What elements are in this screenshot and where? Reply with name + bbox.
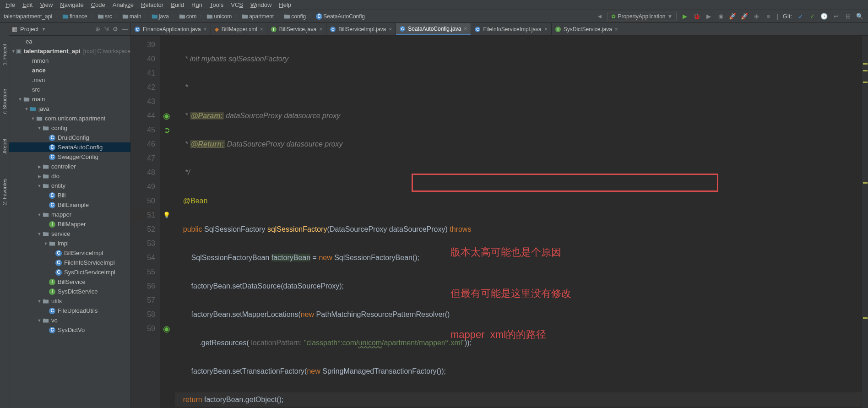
tree-row[interactable]: src: [9, 85, 130, 94]
tree-arrow-icon[interactable]: ▶: [37, 174, 42, 179]
tree-row[interactable]: ▼mapper: [9, 210, 130, 219]
tree-arrow-icon[interactable]: ▼: [37, 318, 42, 323]
tree-arrow-icon[interactable]: ▼: [24, 107, 29, 111]
menu-edit[interactable]: Edit: [20, 1, 35, 8]
tree-arrow-icon[interactable]: ▼: [37, 184, 42, 188]
git-revert-icon[interactable]: ↩: [832, 13, 840, 20]
breadcrumb[interactable]: unicom: [205, 13, 233, 20]
editor-tab[interactable]: ISysDictService.java×: [552, 23, 622, 35]
ide-settings-icon[interactable]: ⊞: [844, 13, 852, 20]
menu-window[interactable]: Window: [248, 1, 274, 8]
tree-arrow-icon[interactable]: ▼: [37, 299, 42, 304]
editor-tab[interactable]: CBillServiceImpl.java×: [326, 23, 396, 35]
tree-row[interactable]: CSysDictServiceImpl: [9, 267, 130, 277]
search-icon[interactable]: 🔍: [856, 13, 863, 20]
tree-row[interactable]: CBillServiceImpl: [9, 248, 130, 258]
close-icon[interactable]: ×: [260, 26, 263, 33]
menu-view[interactable]: View: [37, 1, 55, 8]
toolwin-project[interactable]: 1: Project: [1, 41, 8, 68]
tree-row[interactable]: ▼utils: [9, 296, 130, 306]
git-commit-icon[interactable]: ✓: [808, 13, 816, 20]
breadcrumb[interactable]: com: [177, 13, 199, 20]
tree-arrow-icon[interactable]: ▼: [17, 97, 23, 102]
tree-arrow-icon[interactable]: ▼: [37, 212, 42, 217]
jrebel-debug-icon[interactable]: 🚀: [741, 13, 748, 20]
breadcrumb[interactable]: java: [150, 13, 171, 20]
menu-analyze[interactable]: Analyze: [110, 1, 136, 8]
run-config-selector[interactable]: ✿ PropertyApplication ▼: [607, 12, 677, 21]
menu-run[interactable]: Run: [189, 1, 205, 8]
breadcrumb[interactable]: config: [282, 13, 308, 20]
toolwin-jrebel[interactable]: JRebel: [1, 136, 8, 157]
tree-row[interactable]: IBillMapper: [9, 219, 130, 229]
breadcrumb[interactable]: CSeataAutoConfig: [314, 13, 367, 20]
attach-button[interactable]: ⊕: [753, 13, 760, 20]
chevron-down-icon[interactable]: ▼: [41, 27, 46, 32]
tree-arrow-icon[interactable]: ▼: [11, 49, 16, 54]
menu-refactor[interactable]: Refactor: [138, 1, 166, 8]
breadcrumb[interactable]: main: [120, 13, 143, 20]
editor-tab[interactable]: IBillService.java×: [267, 23, 326, 35]
tree-arrow-icon[interactable]: ▼: [37, 232, 42, 236]
close-icon[interactable]: ×: [615, 26, 618, 33]
close-icon[interactable]: ×: [464, 26, 467, 32]
tree-row[interactable]: ▼service: [9, 229, 130, 239]
toolwin-favorites[interactable]: 2: Favorites: [1, 176, 8, 207]
tree-row[interactable]: CBill: [9, 190, 130, 200]
toolwin-structure[interactable]: 7: Structure: [1, 86, 8, 118]
menu-vcs[interactable]: VCS: [228, 1, 246, 8]
menu-navigate[interactable]: Navigate: [57, 1, 86, 8]
coverage-button[interactable]: ▶: [705, 13, 712, 20]
code-content[interactable]: * init mybatis sqlSessionFactory * * @Pa…: [160, 36, 862, 408]
tree-arrow-icon[interactable]: ▼: [37, 126, 42, 131]
git-update-icon[interactable]: ↙: [797, 13, 804, 20]
run-button[interactable]: ▶: [681, 13, 689, 20]
tree-row[interactable]: CSeataAutoConfig: [9, 142, 130, 152]
profile-button[interactable]: ◉: [717, 13, 724, 20]
code-editor[interactable]: 3940414243444546474849505152535455565758…: [131, 36, 868, 408]
tree-row[interactable]: CDruidConfig: [9, 133, 130, 142]
tree-row[interactable]: CSwaggerConfig: [9, 152, 130, 162]
editor-tab[interactable]: CFileInfoServiceImpl.java×: [471, 23, 551, 35]
breadcrumb[interactable]: talentapartment_api: [2, 13, 54, 20]
tree-row[interactable]: ▼com.unicom.apartment: [9, 114, 130, 123]
close-icon[interactable]: ×: [319, 26, 322, 33]
tree-row[interactable]: ▼▣talentapartment_api[root] C:\workspace: [9, 46, 130, 56]
gear-icon[interactable]: ⚙: [113, 26, 118, 33]
hide-icon[interactable]: —: [122, 26, 128, 33]
tree-row[interactable]: ▼vo: [9, 316, 130, 325]
tree-row[interactable]: CSysDictVo: [9, 325, 130, 335]
close-icon[interactable]: ×: [544, 26, 548, 33]
tree-row[interactable]: ▼config: [9, 123, 130, 133]
tree-row[interactable]: CFileUploadUtils: [9, 306, 130, 316]
project-tree[interactable]: ea▼▣talentapartment_api[root] C:\workspa…: [9, 36, 130, 408]
tree-row[interactable]: ▶dto: [9, 171, 130, 181]
jrebel-run-icon[interactable]: 🚀: [729, 13, 736, 20]
tree-row[interactable]: .mvn: [9, 75, 130, 85]
debug-button[interactable]: 🐞: [693, 13, 700, 20]
breadcrumb[interactable]: apartment: [240, 13, 276, 20]
tree-arrow-icon[interactable]: ▼: [30, 116, 36, 121]
tree-arrow-icon[interactable]: ▶: [37, 164, 42, 169]
breadcrumb[interactable]: src: [96, 13, 114, 20]
collapse-all-icon[interactable]: ⇲: [104, 26, 109, 33]
tree-arrow-icon[interactable]: ▼: [43, 241, 49, 246]
menu-file[interactable]: File: [3, 1, 18, 8]
menu-code[interactable]: Code: [88, 1, 108, 8]
git-history-icon[interactable]: 🕓: [820, 13, 828, 20]
tree-row[interactable]: ISysDictService: [9, 287, 130, 296]
editor-tab[interactable]: CFinanceApplication.java×: [131, 23, 211, 35]
tree-row[interactable]: mmon: [9, 56, 130, 65]
tree-row[interactable]: ▼impl: [9, 239, 130, 248]
close-icon[interactable]: ×: [204, 26, 207, 33]
menu-build[interactable]: Build: [168, 1, 187, 8]
stop-button[interactable]: ■: [765, 13, 772, 20]
menu-tools[interactable]: Tools: [207, 1, 226, 8]
close-icon[interactable]: ×: [389, 26, 392, 33]
breadcrumb[interactable]: finance: [60, 13, 89, 20]
tree-row[interactable]: CFileInfoServiceImpl: [9, 258, 130, 267]
editor-tab[interactable]: CSeataAutoConfig.java×: [396, 23, 471, 35]
nav-back-button[interactable]: ◄: [597, 13, 603, 20]
editor-tab[interactable]: ◆BillMapper.xml×: [211, 23, 267, 35]
menu-help[interactable]: Help: [276, 1, 294, 8]
